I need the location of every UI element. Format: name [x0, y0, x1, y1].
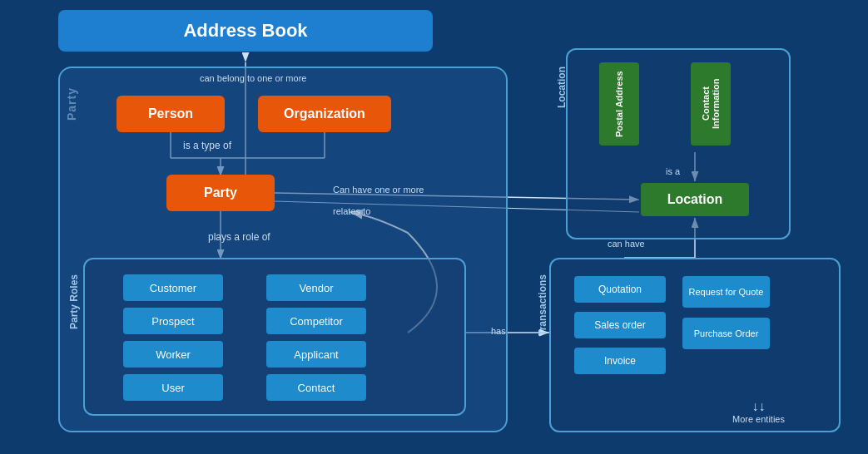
customer-box: Customer	[123, 274, 223, 301]
person-box: Person	[117, 96, 225, 132]
contact-information-box: Contact Information	[691, 62, 731, 146]
relates-to-label: relates to	[333, 206, 370, 216]
postal-address-box: Postal Address	[599, 62, 639, 146]
purchase-order-box: Purchase Order	[682, 318, 770, 349]
can-have-label: can have	[608, 239, 645, 249]
location-outer-label: Location	[556, 67, 568, 108]
more-entities: ↓↓ More entities	[732, 399, 785, 424]
vendor-box: Vendor	[266, 274, 366, 301]
prospect-box: Prospect	[123, 308, 223, 334]
is-a-label: is a	[666, 166, 680, 176]
transactions-label: Transactions	[537, 274, 548, 336]
sales-order-box: Sales order	[574, 312, 666, 338]
rfq-box: Request for Quote	[682, 276, 770, 308]
can-have-one-or-more-label: Can have one or more	[333, 185, 424, 195]
organization-box: Organization	[258, 96, 391, 132]
quotation-box: Quotation	[574, 276, 666, 303]
user-box: User	[123, 374, 223, 401]
contact-box: Contact	[266, 374, 366, 401]
party-box: Party	[166, 175, 275, 211]
plays-role-label: plays a role of	[208, 231, 270, 243]
applicant-box: Applicant	[266, 341, 366, 368]
invoice-box: Invoice	[574, 348, 666, 374]
address-book-label: Address Book	[183, 20, 307, 41]
competitor-box: Competitor	[266, 308, 366, 334]
worker-box: Worker	[123, 341, 223, 368]
address-book-box: Address Book	[58, 10, 433, 52]
has-label: has	[491, 326, 506, 336]
location-box: Location	[641, 183, 749, 216]
party-roles-label: Party Roles	[68, 274, 80, 329]
can-belong-label: can belong to one or more	[200, 73, 306, 83]
is-a-type-of-label: is a type of	[183, 140, 231, 151]
